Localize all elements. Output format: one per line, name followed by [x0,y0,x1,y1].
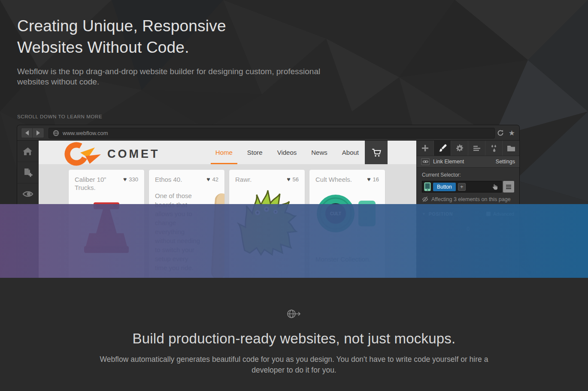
paint-brush-icon [438,144,447,153]
forward-arrow-icon [36,130,40,135]
add-elements-tab[interactable] [417,141,434,156]
product-title: Rawr. [235,175,252,183]
refresh-icon[interactable] [497,129,504,136]
site-logo[interactable]: COMET [63,141,160,166]
webflow-landing-page: Creating Unique, Responsive Websites Wit… [0,0,588,391]
add-selector-button[interactable]: + [458,183,466,191]
site-nav-links: Home Store Videos News About [215,141,360,164]
site-navbar: COMET Home Store Videos News About [39,141,416,164]
brand-name: COMET [107,147,160,161]
current-selector-label: Current Selector: [422,172,514,178]
settings-tab[interactable] [451,141,468,156]
selector-menu-button[interactable] [503,181,514,192]
hand-cursor-icon [492,183,497,190]
page-subtitle: Webflow is the top drag-and-drop website… [17,66,333,87]
scroll-hint: SCROLL DOWN TO LEARN MORE [17,114,102,119]
assets-tab[interactable] [503,141,519,156]
like-button[interactable]: ♥ 56 [287,176,299,183]
home-icon [23,147,33,156]
element-settings-link[interactable]: Settings [496,159,515,165]
product-title: Ethos 40. [155,175,182,183]
gear-icon [455,144,464,153]
comet-logo-icon [63,141,101,166]
link-element-icon [421,158,430,165]
nav-link-videos[interactable]: Videos [276,141,298,164]
nav-link-about[interactable]: About [341,141,360,164]
product-title: Cult Wheels. [315,175,352,183]
like-button[interactable]: ♥ 330 [123,176,138,192]
preview-eye-icon [22,190,33,198]
url-text: www.webflow.com [63,130,108,136]
nav-link-home[interactable]: Home [215,141,233,164]
device-icon [424,182,431,191]
nav-link-store[interactable]: Store [246,141,264,164]
bookmark-star-icon[interactable]: ★ [509,129,515,137]
globe-arrow-icon [286,309,302,319]
plus-icon [421,144,429,152]
back-arrow-icon [25,130,29,135]
cart-icon [371,148,382,157]
affecting-note: Affecting 3 elements on this page [422,196,514,202]
features-description: Webflow automatically generates beautifu… [92,354,496,376]
browser-forward-button[interactable] [33,128,44,138]
browser-back-button[interactable] [21,128,33,138]
selected-element-row: Link Element Settings [417,156,519,168]
add-page-icon [23,168,33,177]
address-bar[interactable]: www.webflow.com [48,128,495,138]
heart-icon: ♥ [367,176,370,183]
preview-button[interactable] [17,183,38,205]
globe-icon [53,130,59,136]
style-brush-tab[interactable] [434,141,451,156]
features-heading: Build production-ready websites, not jus… [0,331,588,347]
effects-tab[interactable] [485,141,503,156]
signup-banner: Sign up for free. Join over 100,000 web … [0,204,588,278]
panel-toolbar [417,141,519,156]
product-title: Caliber 10” Trucks. [75,175,106,192]
like-button[interactable]: ♥ 16 [367,176,379,183]
like-button[interactable]: ♥ 42 [206,176,218,183]
heart-icon: ♥ [287,176,290,183]
selector-chip-button[interactable]: Button [433,183,456,191]
droplets-icon [490,144,498,152]
page-title: Creating Unique, Responsive Websites Wit… [17,15,226,58]
home-button[interactable] [17,141,38,162]
typography-tab[interactable] [468,141,485,156]
text-lines-icon [473,145,481,151]
heart-icon: ♥ [123,176,127,183]
heart-icon: ♥ [206,176,210,183]
features-section: Build production-ready websites, not jus… [0,278,588,391]
eye-slash-icon [422,196,428,202]
nav-link-news[interactable]: News [310,141,328,164]
selector-input[interactable]: Button + [422,181,502,192]
add-page-button[interactable] [17,162,38,183]
element-type-label: Link Element [433,159,492,165]
cart-button[interactable] [365,141,388,164]
folder-icon [507,145,515,152]
browser-topbar: www.webflow.com ★ [17,125,519,141]
